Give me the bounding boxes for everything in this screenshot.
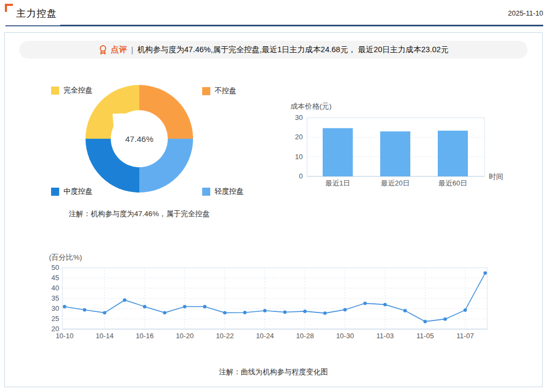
legend-swatch-no-control (202, 87, 210, 95)
participation-line-chart: (百分比%)2025303540455010-1010-1410-1610-20… (48, 251, 521, 350)
svg-text:10-24: 10-24 (256, 332, 274, 340)
svg-text:35: 35 (52, 294, 59, 302)
comment-separator: | (131, 46, 133, 54)
svg-text:10-20: 10-20 (176, 332, 194, 340)
svg-text:10-30: 10-30 (336, 332, 354, 340)
legend-label-light-control: 轻度控盘 (215, 187, 244, 196)
donut-chart-note: 注解：机构参与度为47.46%，属于完全控盘 (27, 209, 251, 219)
svg-text:最近1日: 最近1日 (325, 179, 350, 187)
page-title: 主力控盘 (16, 7, 57, 20)
svg-text:(百分比%): (百分比%) (49, 253, 82, 261)
svg-text:成本价格(元): 成本价格(元) (290, 102, 332, 110)
title-underline (5, 25, 543, 26)
line-chart-note: 注解：曲线为机构参与程度变化图 (5, 367, 542, 377)
comment-bar: 点评 | 机构参与度为47.46%,属于完全控盘,最近1日主力成本24.68元，… (19, 41, 528, 59)
svg-text:10-22: 10-22 (216, 332, 233, 340)
svg-text:25: 25 (52, 315, 59, 323)
comment-label: 点评 (111, 45, 127, 55)
main-panel: 点评 | 机构参与度为47.46%,属于完全控盘,最近1日主力成本24.68元，… (4, 32, 543, 387)
report-date: 2025-11-10 (508, 9, 543, 17)
medal-icon (98, 45, 108, 55)
svg-text:10-16: 10-16 (136, 332, 153, 340)
svg-text:30: 30 (295, 113, 303, 122)
legend-label-no-control: 不控盘 (215, 86, 237, 96)
svg-text:50: 50 (52, 263, 59, 272)
svg-text:20: 20 (295, 133, 303, 141)
svg-text:最近20日: 最近20日 (381, 179, 409, 187)
svg-text:11-07: 11-07 (457, 332, 474, 340)
cost-price-bar-chart: 成本价格(元)0102030最近1日最近20日最近60日时间 (283, 97, 519, 199)
svg-text:时间: 时间 (489, 173, 503, 181)
svg-text:30: 30 (52, 304, 59, 312)
svg-text:11-05: 11-05 (416, 332, 433, 340)
svg-text:47.46%: 47.46% (125, 134, 154, 144)
svg-text:45: 45 (52, 274, 59, 282)
svg-text:10-10: 10-10 (55, 332, 73, 340)
institution-control-donut-chart: 47.46% (81, 81, 197, 197)
svg-text:40: 40 (52, 284, 59, 292)
svg-text:10: 10 (295, 153, 303, 161)
corner-mark-icon (5, 4, 13, 12)
underline-left-segment (5, 25, 60, 26)
svg-text:10-28: 10-28 (296, 332, 314, 340)
svg-text:10-14: 10-14 (96, 332, 113, 340)
legend-no-control: 不控盘 (202, 86, 237, 96)
legend-light-control: 轻度控盘 (202, 187, 244, 196)
svg-text:11-03: 11-03 (376, 332, 394, 340)
svg-text:最近60日: 最近60日 (438, 179, 467, 187)
legend-swatch-light-control (202, 188, 210, 196)
legend-swatch-medium-control (51, 188, 59, 196)
svg-text:0: 0 (299, 172, 303, 180)
underline-right-segment (60, 25, 543, 26)
comment-text: 机构参与度为47.46%,属于完全控盘,最近1日主力成本24.68元， 最近20… (138, 45, 449, 55)
legend-swatch-full-control (51, 87, 59, 95)
